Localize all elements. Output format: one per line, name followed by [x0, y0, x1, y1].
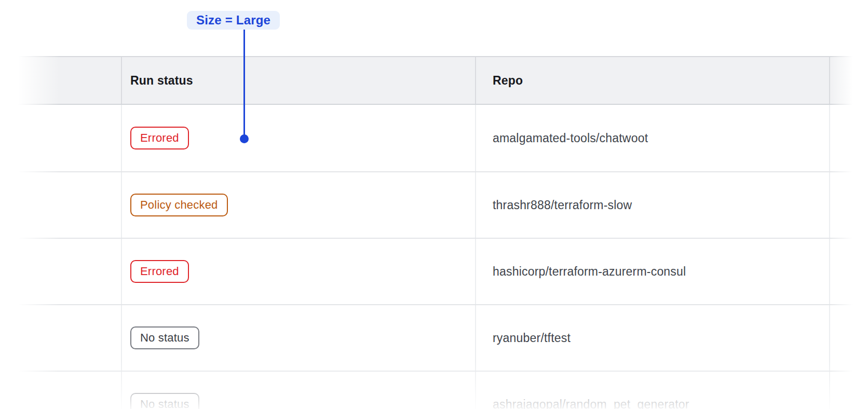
status-badge: No status — [130, 393, 199, 409]
row-cell-repo: hashicorp/terraform-azurerm-consul — [475, 239, 829, 304]
row-cell-overflow — [829, 372, 868, 409]
row-cell-status: Errored — [121, 105, 475, 171]
row-cell-overflow — [829, 172, 868, 238]
row-cell-overflow — [829, 305, 868, 371]
repo-name: ashrajagopal/random_pet_generator — [493, 398, 689, 409]
row-cell-repo: ryanuber/tftest — [475, 305, 829, 371]
table-row[interactable]: Errored amalgamated-tools/chatwoot — [0, 105, 868, 171]
repo-name: ryanuber/tftest — [493, 331, 571, 345]
repo-column-label: Repo — [493, 74, 523, 88]
status-badge: Errored — [130, 260, 189, 283]
annotation-leader-line — [243, 30, 245, 135]
repo-name: thrashr888/terraform-slow — [493, 198, 632, 212]
table-row[interactable]: No status ashrajagopal/random_pet_genera… — [0, 371, 868, 409]
repo-name: hashicorp/terraform-azurerm-consul — [493, 265, 686, 279]
row-cell-status: No status — [121, 372, 475, 409]
table-row[interactable]: No status ryanuber/tftest — [0, 304, 868, 371]
header-cell-repo: Repo — [475, 57, 829, 104]
table-header-row: Run status Repo — [0, 56, 868, 105]
repo-name: amalgamated-tools/chatwoot — [493, 131, 648, 145]
table-row[interactable]: Policy checked thrashr888/terraform-slow — [0, 171, 868, 238]
runs-table: Run status Repo Errored amalgamated-tool… — [0, 56, 868, 409]
row-cell-empty — [0, 372, 121, 409]
row-cell-empty — [0, 172, 121, 238]
row-cell-overflow — [829, 239, 868, 304]
status-badge: No status — [130, 326, 199, 349]
table-row[interactable]: Errored hashicorp/terraform-azurerm-cons… — [0, 238, 868, 304]
header-cell-run-status: Run status — [121, 57, 475, 104]
row-cell-empty — [0, 239, 121, 304]
annotation-dot — [240, 134, 249, 143]
status-badge: Policy checked — [130, 194, 228, 216]
annotation-pill: Size = Large — [187, 11, 280, 30]
row-cell-status: Errored — [121, 239, 475, 304]
row-cell-repo: thrashr888/terraform-slow — [475, 172, 829, 238]
run-status-column-label: Run status — [130, 74, 193, 88]
run-list-screen: Run status Repo Errored amalgamated-tool… — [0, 0, 868, 409]
row-cell-empty — [0, 305, 121, 371]
row-cell-empty — [0, 105, 121, 171]
row-cell-status: Policy checked — [121, 172, 475, 238]
row-cell-repo: ashrajagopal/random_pet_generator — [475, 372, 829, 409]
header-cell-overflow — [829, 57, 868, 104]
header-cell-empty — [0, 57, 121, 104]
row-cell-overflow — [829, 105, 868, 171]
status-badge: Errored — [130, 127, 189, 149]
row-cell-repo: amalgamated-tools/chatwoot — [475, 105, 829, 171]
row-cell-status: No status — [121, 305, 475, 371]
